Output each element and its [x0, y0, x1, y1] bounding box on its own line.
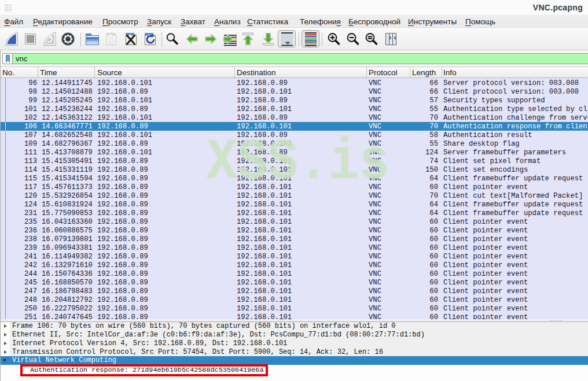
svg-text:0011: 0011: [108, 42, 115, 45]
